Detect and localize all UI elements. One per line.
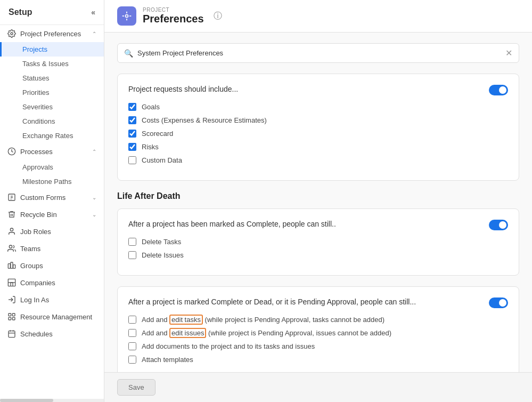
sidebar-group-label-custom-forms: Custom Forms — [20, 194, 66, 202]
goals-checkbox[interactable] — [128, 103, 136, 111]
chevron-up-icon-processes: ⌃ — [92, 149, 96, 155]
sidebar-group-recycle-bin[interactable]: Recycle Bin ⌄ — [0, 206, 104, 223]
sidebar-group-resource[interactable]: Resource Management — [0, 308, 104, 325]
svg-rect-10 — [13, 265, 15, 269]
delete-tasks-checkbox[interactable] — [128, 238, 136, 246]
sidebar-item-priorities[interactable]: Priorities — [0, 85, 104, 100]
custom-data-label[interactable]: Custom Data — [142, 156, 182, 164]
sidebar-section-processes: Processes ⌃ Approvals Milestone Paths — [0, 143, 104, 189]
chevron-down-icon-forms: ⌄ — [92, 195, 96, 200]
sidebar-title: Setup — [9, 7, 32, 17]
teams-icon — [7, 244, 16, 253]
complete-dead-toggle-row: After a project is marked Complete or De… — [128, 298, 508, 308]
project-requests-toggle[interactable] — [489, 85, 508, 95]
risks-checkbox[interactable] — [128, 143, 136, 151]
header-project-label: PROJECT — [143, 7, 204, 13]
sidebar-group-project-preferences[interactable]: Project Preferences ⌃ — [0, 25, 104, 42]
sidebar-group-custom-forms[interactable]: Custom Forms ⌄ — [0, 189, 104, 206]
sidebar-section-groups: Groups — [0, 257, 104, 274]
sidebar-item-exchange-rates[interactable]: Exchange Rates — [0, 128, 104, 143]
complete-toggle-row: After a project has been marked as Compl… — [128, 220, 508, 230]
costs-label[interactable]: Costs (Expenses & Resource Estimates) — [142, 116, 267, 124]
sidebar-item-tasks-issues[interactable]: Tasks & Issues — [0, 57, 104, 71]
groups-icon — [7, 261, 16, 270]
svg-point-7 — [9, 245, 12, 248]
chevron-down-icon-recycle: ⌄ — [92, 212, 96, 218]
svg-rect-8 — [8, 264, 10, 269]
edit-tasks-label[interactable]: Add and edit tasks (while project is Pen… — [142, 316, 384, 324]
sidebar-item-approvals[interactable]: Approvals — [0, 160, 104, 174]
sidebar-group-label-login: Log In As — [20, 296, 49, 304]
sidebar-section-login: Log In As — [0, 291, 104, 308]
add-documents-checkbox[interactable] — [128, 342, 136, 350]
header-text-block: PROJECT Preferences — [143, 7, 204, 25]
delete-tasks-label[interactable]: Delete Tasks — [142, 238, 181, 246]
edit-issues-checkbox[interactable] — [128, 329, 136, 337]
checkbox-custom-data: Custom Data — [128, 156, 508, 164]
collapse-sidebar-button[interactable]: « — [91, 8, 95, 17]
sidebar-item-statuses[interactable]: Statuses — [0, 71, 104, 85]
sidebar-group-label-teams: Teams — [20, 245, 40, 253]
attach-templates-label[interactable]: Attach templates — [142, 356, 193, 364]
search-clear-button[interactable]: ✕ — [505, 48, 512, 58]
sidebar-group-label-project-preferences: Project Preferences — [20, 30, 81, 38]
sidebar-item-conditions[interactable]: Conditions — [0, 114, 104, 128]
sidebar-group-label-processes: Processes — [20, 148, 53, 156]
sidebar-group-groups[interactable]: Groups — [0, 257, 104, 274]
attach-templates-checkbox[interactable] — [128, 356, 136, 364]
delete-issues-checkbox[interactable] — [128, 251, 136, 259]
sidebar-section-job-roles: Job Roles — [0, 223, 104, 240]
edit-issues-highlight: edit issues — [169, 328, 206, 338]
save-button[interactable]: Save — [117, 379, 155, 396]
svg-rect-19 — [12, 317, 15, 320]
sidebar-section-teams: Teams — [0, 240, 104, 257]
sidebar-header: Setup « — [0, 0, 104, 25]
sidebar-section-recycle-bin: Recycle Bin ⌄ — [0, 206, 104, 223]
sidebar-group-label-groups: Groups — [20, 262, 43, 270]
complete-dead-card: After a project is marked Complete or De… — [117, 286, 519, 372]
settings-icon — [7, 29, 16, 38]
costs-checkbox[interactable] — [128, 116, 136, 124]
project-requests-card: Project requests should include... Goals… — [117, 74, 519, 181]
checkbox-add-edit-tasks: Add and edit tasks (while project is Pen… — [128, 316, 508, 324]
edit-issues-label[interactable]: Add and edit issues (while project is Pe… — [142, 329, 391, 337]
custom-data-checkbox[interactable] — [128, 156, 136, 164]
goals-label[interactable]: Goals — [142, 103, 160, 111]
sidebar-group-label-resource: Resource Management — [20, 313, 92, 321]
svg-rect-16 — [9, 313, 11, 316]
search-input[interactable] — [137, 49, 501, 57]
checkbox-scorecard: Scorecard — [128, 130, 508, 138]
sidebar-group-companies[interactable]: Companies — [0, 274, 104, 291]
edit-tasks-checkbox[interactable] — [128, 316, 136, 324]
sidebar-group-label-recycle-bin: Recycle Bin — [20, 211, 57, 219]
scorecard-checkbox[interactable] — [128, 130, 136, 138]
sidebar-section-companies: Companies — [0, 274, 104, 291]
sidebar-group-teams[interactable]: Teams — [0, 240, 104, 257]
main-content: 🔍 ✕ Project requests should include... G… — [104, 33, 532, 372]
complete-dead-toggle[interactable] — [489, 298, 508, 308]
add-documents-label[interactable]: Add documents to the project and to its … — [142, 342, 315, 350]
main-header: PROJECT Preferences ⓘ — [104, 0, 532, 33]
risks-label[interactable]: Risks — [142, 143, 159, 151]
schedules-icon — [7, 329, 16, 338]
sidebar-item-milestone-paths[interactable]: Milestone Paths — [0, 174, 104, 189]
sidebar-group-login[interactable]: Log In As — [0, 291, 104, 308]
checkbox-delete-tasks: Delete Tasks — [128, 238, 508, 246]
scorecard-label[interactable]: Scorecard — [142, 130, 173, 138]
svg-rect-17 — [12, 313, 15, 316]
help-circle-icon[interactable]: ⓘ — [214, 11, 222, 22]
sidebar-group-job-roles[interactable]: Job Roles — [0, 223, 104, 240]
delete-issues-label[interactable]: Delete Issues — [142, 251, 184, 259]
sidebar-item-severities[interactable]: Severities — [0, 100, 104, 114]
checkbox-add-edit-issues: Add and edit issues (while project is Pe… — [128, 329, 508, 337]
complete-toggle[interactable] — [489, 220, 508, 230]
checkbox-attach-templates: Attach templates — [128, 356, 508, 364]
sidebar-group-schedules[interactable]: Schedules — [0, 325, 104, 342]
companies-icon — [7, 278, 16, 287]
sidebar-group-processes[interactable]: Processes ⌃ — [0, 143, 104, 160]
sidebar-item-projects[interactable]: Projects — [0, 42, 104, 57]
checkbox-delete-issues: Delete Issues — [128, 251, 508, 259]
sidebar-scrollbar[interactable] — [0, 399, 104, 402]
svg-point-24 — [126, 15, 128, 18]
sidebar-section-project-preferences: Project Preferences ⌃ Projects Tasks & I… — [0, 25, 104, 143]
